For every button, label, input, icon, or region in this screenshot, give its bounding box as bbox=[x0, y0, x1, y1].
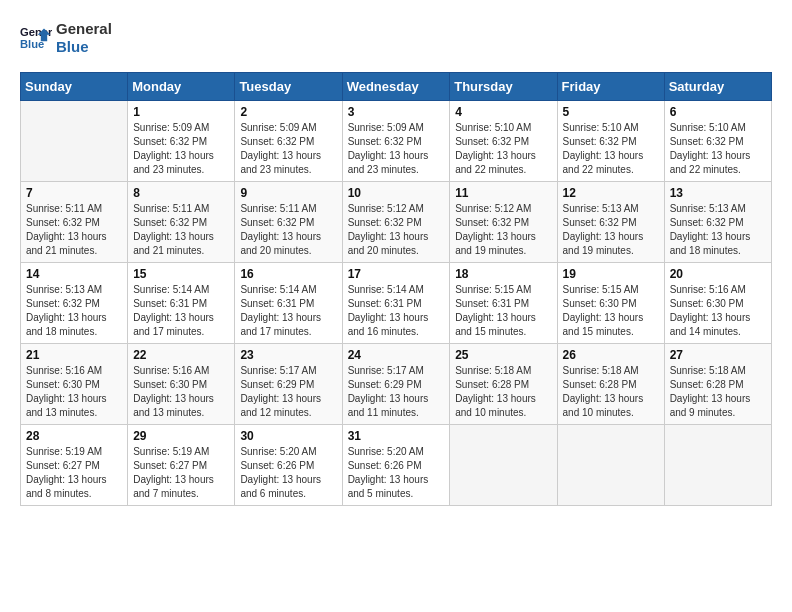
header-cell-friday: Friday bbox=[557, 73, 664, 101]
day-cell: 26Sunrise: 5:18 AMSunset: 6:28 PMDayligh… bbox=[557, 344, 664, 425]
day-number: 6 bbox=[670, 105, 766, 119]
day-cell: 22Sunrise: 5:16 AMSunset: 6:30 PMDayligh… bbox=[128, 344, 235, 425]
day-number: 20 bbox=[670, 267, 766, 281]
day-info: Sunrise: 5:11 AMSunset: 6:32 PMDaylight:… bbox=[26, 202, 122, 258]
day-info: Sunrise: 5:09 AMSunset: 6:32 PMDaylight:… bbox=[348, 121, 445, 177]
day-info: Sunrise: 5:09 AMSunset: 6:32 PMDaylight:… bbox=[240, 121, 336, 177]
day-cell: 5Sunrise: 5:10 AMSunset: 6:32 PMDaylight… bbox=[557, 101, 664, 182]
logo-name-line1: General bbox=[56, 20, 112, 38]
week-row-4: 21Sunrise: 5:16 AMSunset: 6:30 PMDayligh… bbox=[21, 344, 772, 425]
day-info: Sunrise: 5:13 AMSunset: 6:32 PMDaylight:… bbox=[670, 202, 766, 258]
logo-name-line2: Blue bbox=[56, 38, 112, 56]
day-cell: 4Sunrise: 5:10 AMSunset: 6:32 PMDaylight… bbox=[450, 101, 557, 182]
day-cell: 28Sunrise: 5:19 AMSunset: 6:27 PMDayligh… bbox=[21, 425, 128, 506]
day-cell: 7Sunrise: 5:11 AMSunset: 6:32 PMDaylight… bbox=[21, 182, 128, 263]
day-info: Sunrise: 5:18 AMSunset: 6:28 PMDaylight:… bbox=[670, 364, 766, 420]
day-info: Sunrise: 5:19 AMSunset: 6:27 PMDaylight:… bbox=[26, 445, 122, 501]
day-info: Sunrise: 5:10 AMSunset: 6:32 PMDaylight:… bbox=[563, 121, 659, 177]
day-number: 13 bbox=[670, 186, 766, 200]
day-info: Sunrise: 5:17 AMSunset: 6:29 PMDaylight:… bbox=[348, 364, 445, 420]
day-number: 21 bbox=[26, 348, 122, 362]
header-row: SundayMondayTuesdayWednesdayThursdayFrid… bbox=[21, 73, 772, 101]
day-info: Sunrise: 5:15 AMSunset: 6:31 PMDaylight:… bbox=[455, 283, 551, 339]
day-number: 25 bbox=[455, 348, 551, 362]
day-cell: 11Sunrise: 5:12 AMSunset: 6:32 PMDayligh… bbox=[450, 182, 557, 263]
day-cell bbox=[21, 101, 128, 182]
logo: General Blue General Blue bbox=[20, 20, 112, 56]
day-cell: 31Sunrise: 5:20 AMSunset: 6:26 PMDayligh… bbox=[342, 425, 450, 506]
day-info: Sunrise: 5:09 AMSunset: 6:32 PMDaylight:… bbox=[133, 121, 229, 177]
day-cell: 9Sunrise: 5:11 AMSunset: 6:32 PMDaylight… bbox=[235, 182, 342, 263]
week-row-2: 7Sunrise: 5:11 AMSunset: 6:32 PMDaylight… bbox=[21, 182, 772, 263]
day-info: Sunrise: 5:13 AMSunset: 6:32 PMDaylight:… bbox=[26, 283, 122, 339]
day-number: 17 bbox=[348, 267, 445, 281]
day-number: 30 bbox=[240, 429, 336, 443]
day-cell: 17Sunrise: 5:14 AMSunset: 6:31 PMDayligh… bbox=[342, 263, 450, 344]
day-cell: 6Sunrise: 5:10 AMSunset: 6:32 PMDaylight… bbox=[664, 101, 771, 182]
day-number: 24 bbox=[348, 348, 445, 362]
day-cell: 19Sunrise: 5:15 AMSunset: 6:30 PMDayligh… bbox=[557, 263, 664, 344]
day-cell: 15Sunrise: 5:14 AMSunset: 6:31 PMDayligh… bbox=[128, 263, 235, 344]
header-cell-tuesday: Tuesday bbox=[235, 73, 342, 101]
day-info: Sunrise: 5:14 AMSunset: 6:31 PMDaylight:… bbox=[133, 283, 229, 339]
day-number: 31 bbox=[348, 429, 445, 443]
day-number: 18 bbox=[455, 267, 551, 281]
day-number: 2 bbox=[240, 105, 336, 119]
day-number: 23 bbox=[240, 348, 336, 362]
day-info: Sunrise: 5:20 AMSunset: 6:26 PMDaylight:… bbox=[240, 445, 336, 501]
header-cell-monday: Monday bbox=[128, 73, 235, 101]
day-number: 28 bbox=[26, 429, 122, 443]
day-cell: 23Sunrise: 5:17 AMSunset: 6:29 PMDayligh… bbox=[235, 344, 342, 425]
day-number: 16 bbox=[240, 267, 336, 281]
calendar-body: 1Sunrise: 5:09 AMSunset: 6:32 PMDaylight… bbox=[21, 101, 772, 506]
calendar-header: SundayMondayTuesdayWednesdayThursdayFrid… bbox=[21, 73, 772, 101]
day-cell bbox=[557, 425, 664, 506]
day-cell: 12Sunrise: 5:13 AMSunset: 6:32 PMDayligh… bbox=[557, 182, 664, 263]
day-number: 8 bbox=[133, 186, 229, 200]
day-number: 26 bbox=[563, 348, 659, 362]
day-cell: 25Sunrise: 5:18 AMSunset: 6:28 PMDayligh… bbox=[450, 344, 557, 425]
header-cell-thursday: Thursday bbox=[450, 73, 557, 101]
day-cell: 20Sunrise: 5:16 AMSunset: 6:30 PMDayligh… bbox=[664, 263, 771, 344]
day-cell bbox=[450, 425, 557, 506]
day-cell: 14Sunrise: 5:13 AMSunset: 6:32 PMDayligh… bbox=[21, 263, 128, 344]
day-info: Sunrise: 5:20 AMSunset: 6:26 PMDaylight:… bbox=[348, 445, 445, 501]
day-number: 19 bbox=[563, 267, 659, 281]
day-number: 29 bbox=[133, 429, 229, 443]
day-info: Sunrise: 5:16 AMSunset: 6:30 PMDaylight:… bbox=[670, 283, 766, 339]
day-number: 7 bbox=[26, 186, 122, 200]
day-cell: 21Sunrise: 5:16 AMSunset: 6:30 PMDayligh… bbox=[21, 344, 128, 425]
calendar-table: SundayMondayTuesdayWednesdayThursdayFrid… bbox=[20, 72, 772, 506]
day-number: 4 bbox=[455, 105, 551, 119]
day-cell bbox=[664, 425, 771, 506]
week-row-5: 28Sunrise: 5:19 AMSunset: 6:27 PMDayligh… bbox=[21, 425, 772, 506]
page-header: General Blue General Blue bbox=[20, 20, 772, 56]
day-cell: 18Sunrise: 5:15 AMSunset: 6:31 PMDayligh… bbox=[450, 263, 557, 344]
svg-text:Blue: Blue bbox=[20, 38, 44, 50]
day-number: 12 bbox=[563, 186, 659, 200]
day-number: 9 bbox=[240, 186, 336, 200]
day-number: 10 bbox=[348, 186, 445, 200]
day-cell: 16Sunrise: 5:14 AMSunset: 6:31 PMDayligh… bbox=[235, 263, 342, 344]
day-info: Sunrise: 5:11 AMSunset: 6:32 PMDaylight:… bbox=[133, 202, 229, 258]
day-info: Sunrise: 5:18 AMSunset: 6:28 PMDaylight:… bbox=[455, 364, 551, 420]
day-info: Sunrise: 5:11 AMSunset: 6:32 PMDaylight:… bbox=[240, 202, 336, 258]
day-cell: 8Sunrise: 5:11 AMSunset: 6:32 PMDaylight… bbox=[128, 182, 235, 263]
day-cell: 3Sunrise: 5:09 AMSunset: 6:32 PMDaylight… bbox=[342, 101, 450, 182]
week-row-1: 1Sunrise: 5:09 AMSunset: 6:32 PMDaylight… bbox=[21, 101, 772, 182]
day-info: Sunrise: 5:10 AMSunset: 6:32 PMDaylight:… bbox=[455, 121, 551, 177]
day-cell: 29Sunrise: 5:19 AMSunset: 6:27 PMDayligh… bbox=[128, 425, 235, 506]
day-cell: 24Sunrise: 5:17 AMSunset: 6:29 PMDayligh… bbox=[342, 344, 450, 425]
day-info: Sunrise: 5:16 AMSunset: 6:30 PMDaylight:… bbox=[26, 364, 122, 420]
day-number: 3 bbox=[348, 105, 445, 119]
day-info: Sunrise: 5:19 AMSunset: 6:27 PMDaylight:… bbox=[133, 445, 229, 501]
week-row-3: 14Sunrise: 5:13 AMSunset: 6:32 PMDayligh… bbox=[21, 263, 772, 344]
day-info: Sunrise: 5:14 AMSunset: 6:31 PMDaylight:… bbox=[240, 283, 336, 339]
day-info: Sunrise: 5:12 AMSunset: 6:32 PMDaylight:… bbox=[455, 202, 551, 258]
day-number: 27 bbox=[670, 348, 766, 362]
header-cell-saturday: Saturday bbox=[664, 73, 771, 101]
day-cell: 30Sunrise: 5:20 AMSunset: 6:26 PMDayligh… bbox=[235, 425, 342, 506]
logo-icon: General Blue bbox=[20, 22, 52, 54]
day-cell: 2Sunrise: 5:09 AMSunset: 6:32 PMDaylight… bbox=[235, 101, 342, 182]
day-info: Sunrise: 5:17 AMSunset: 6:29 PMDaylight:… bbox=[240, 364, 336, 420]
